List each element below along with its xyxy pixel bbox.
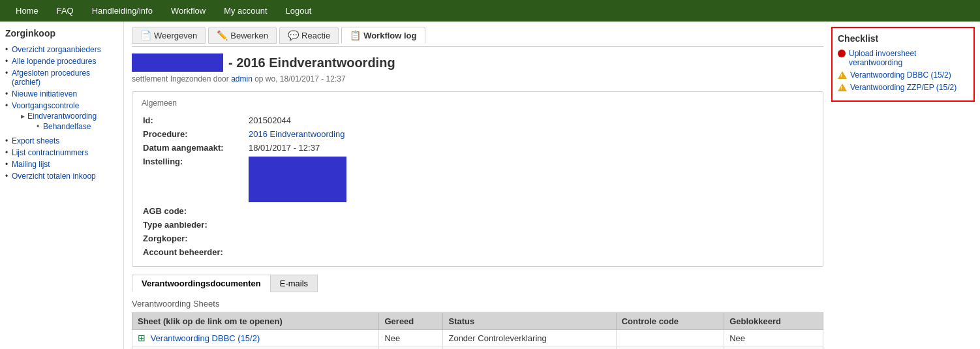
sidebar-item-lijst-contractnummers[interactable]: Lijst contractnummers	[5, 147, 118, 159]
col-geblokkeerd: Geblokkeerd	[724, 313, 823, 330]
col-status: Status	[443, 313, 616, 330]
label-id: Id:	[143, 114, 247, 127]
clipboard-icon: 📋	[350, 30, 361, 40]
table-row: ⊞ Verantwoording DBBC (15/2) Nee Zonder …	[132, 330, 823, 346]
cell-status: Zonder Controleverklaring	[443, 346, 616, 350]
checklist-title: Checklist	[838, 33, 968, 44]
cell-gereed: Nee	[379, 346, 443, 350]
sub-tab-emails[interactable]: E-mails	[271, 275, 318, 292]
label-instelling: Instelling:	[143, 155, 247, 204]
label-procedure: Procedure:	[143, 128, 247, 140]
value-agb	[249, 205, 812, 217]
error-icon	[838, 50, 846, 57]
info-row-zorgkoper: Zorgkoper:	[143, 232, 812, 245]
info-row-agb: AGB code:	[143, 205, 812, 217]
sidebar-item-nieuwe-initiatieven[interactable]: Nieuwe initiatieven	[5, 88, 118, 100]
warning-icon	[838, 71, 847, 79]
algemeen-title: Algemeen	[142, 99, 814, 108]
sidebar: Zorginkoop Overzicht zorgaanbieders Alle…	[0, 22, 124, 349]
nav-myaccount[interactable]: My account	[215, 0, 276, 22]
checklist-link[interactable]: Verantwoording ZZP/EP (15/2)	[850, 83, 957, 92]
cell-controle	[616, 346, 724, 350]
page-subtitle: settlement Ingezonden door admin op wo, …	[132, 74, 823, 83]
label-datum: Datum aangemaakt:	[143, 142, 247, 154]
cell-geblokkeerd: Nee	[724, 330, 823, 346]
sidebar-item-eindverantwoording[interactable]: Eindverantwoording Behandelfase	[21, 110, 118, 134]
cell-controle	[616, 330, 724, 346]
sub-tab-verantwoordingsdocumenten[interactable]: Verantwoordingsdocumenten	[132, 275, 271, 292]
info-row-instelling: Instelling:	[143, 155, 812, 204]
tab-reactie[interactable]: 💬 Reactie	[279, 27, 339, 44]
checklist-link[interactable]: Upload invoersheet verantwoording	[849, 49, 968, 67]
info-row-account: Account beheerder:	[143, 246, 812, 258]
info-row-procedure: Procedure: 2016 Eindverantwoording	[143, 128, 812, 140]
sheets-section: Verantwoording Sheets Sheet (klik op de …	[132, 299, 823, 349]
nav-faq[interactable]: FAQ	[48, 0, 83, 22]
sub-tab-bar: Verantwoordingsdocumenten E-mails	[132, 275, 823, 292]
info-row-type: Type aanbieder:	[143, 219, 812, 231]
sidebar-item-overzicht-zorgaanbieders[interactable]: Overzicht zorgaanbieders	[5, 44, 118, 55]
cell-sheet: ⊞ Verantwoording ZZP/EP (15/2)	[132, 346, 379, 350]
tab-bewerken[interactable]: ✏️ Bewerken	[208, 27, 277, 44]
sidebar-item-alle-lopende[interactable]: Alle lopende procedures	[5, 55, 118, 67]
value-instelling	[249, 155, 812, 204]
tab-weergeven[interactable]: 📄 Weergeven	[132, 27, 206, 44]
sidebar-item-mailing-lijst[interactable]: Mailing lijst	[5, 159, 118, 170]
nav-workflow[interactable]: Workflow	[162, 0, 215, 22]
algemeen-section: Algemeen Id: 201502044 Procedure: 2016 E…	[132, 91, 823, 267]
tab-workflow-log[interactable]: 📋 Workflow log	[341, 27, 425, 44]
nav-logout[interactable]: Logout	[277, 0, 321, 22]
sidebar-item-export-sheets[interactable]: Export sheets	[5, 135, 118, 147]
tab-bar: 📄 Weergeven ✏️ Bewerken 💬 Reactie 📋 Work…	[132, 27, 823, 47]
sheets-section-title: Verantwoording Sheets	[132, 299, 823, 309]
excel-icon: ⊞	[138, 333, 145, 343]
value-type	[249, 219, 812, 231]
nav-home[interactable]: Home	[7, 0, 48, 22]
table-row: ⊞ Verantwoording ZZP/EP (15/2) Nee Zonde…	[132, 346, 823, 350]
main-content: 📄 Weergeven ✏️ Bewerken 💬 Reactie 📋 Work…	[124, 22, 831, 349]
value-datum: 18/01/2017 - 12:37	[249, 142, 812, 154]
checklist-item: Upload invoersheet verantwoording	[838, 49, 968, 67]
cell-status: Zonder Controleverklaring	[443, 330, 616, 346]
checklist-link[interactable]: Verantwoording DBBC (15/2)	[850, 70, 951, 80]
document-icon: 📄	[140, 30, 151, 40]
value-id: 201502044	[249, 114, 812, 127]
value-zorgkoper	[249, 232, 812, 245]
sidebar-item-voortgangscontrole[interactable]: Voortgangscontrole Eindverantwoording Be…	[5, 100, 118, 135]
sidebar-item-behandelfase[interactable]: Behandelfase	[37, 121, 118, 132]
label-type: Type aanbieder:	[143, 219, 247, 231]
sidebar-menu: Overzicht zorgaanbieders Alle lopende pr…	[5, 44, 118, 182]
checklist-items: Upload invoersheet verantwoordingVerantw…	[838, 49, 968, 92]
top-navigation: Home FAQ Handleiding/info Workflow My ac…	[0, 0, 980, 22]
label-account: Account beheerder:	[143, 246, 247, 258]
value-account	[249, 246, 812, 258]
info-row-id: Id: 201502044	[143, 114, 812, 127]
col-sheet: Sheet (klik op de link om te openen)	[132, 313, 379, 330]
edit-icon: ✏️	[217, 30, 228, 40]
label-agb: AGB code:	[143, 205, 247, 217]
comment-icon: 💬	[288, 30, 299, 40]
value-procedure: 2016 Eindverantwoording	[249, 128, 812, 140]
info-row-datum: Datum aangemaakt: 18/01/2017 - 12:37	[143, 142, 812, 154]
warning-icon	[838, 83, 847, 91]
col-controle: Controle code	[616, 313, 724, 330]
title-blue-redacted	[132, 53, 223, 72]
label-zorgkoper: Zorgkoper:	[143, 232, 247, 245]
checklist-item: Verantwoording ZZP/EP (15/2)	[838, 83, 968, 92]
sheets-table: Sheet (klik op de link om te openen) Ger…	[132, 312, 823, 349]
checklist-panel: Checklist Upload invoersheet verantwoord…	[831, 27, 975, 102]
procedure-link[interactable]: 2016 Eindverantwoording	[249, 129, 345, 139]
instelling-redacted	[249, 157, 346, 202]
sheets-header-row: Sheet (klik op de link om te openen) Ger…	[132, 313, 823, 330]
subtitle-user-link[interactable]: admin	[231, 74, 253, 83]
sidebar-title: Zorginkoop	[5, 28, 118, 38]
nav-handleiding[interactable]: Handleiding/info	[83, 0, 162, 22]
sidebar-item-overzicht-totalen[interactable]: Overzicht totalen inkoop	[5, 170, 118, 182]
cell-sheet: ⊞ Verantwoording DBBC (15/2)	[132, 330, 379, 346]
sidebar-item-afgesloten[interactable]: Afgesloten procedures (archief)	[5, 67, 118, 88]
checklist-item: Verantwoording DBBC (15/2)	[838, 70, 968, 80]
cell-geblokkeerd: Nee	[724, 346, 823, 350]
page-title: - 2016 Eindverantwoording	[132, 53, 823, 72]
sheet-link[interactable]: Verantwoording DBBC (15/2)	[151, 333, 260, 343]
cell-gereed: Nee	[379, 330, 443, 346]
